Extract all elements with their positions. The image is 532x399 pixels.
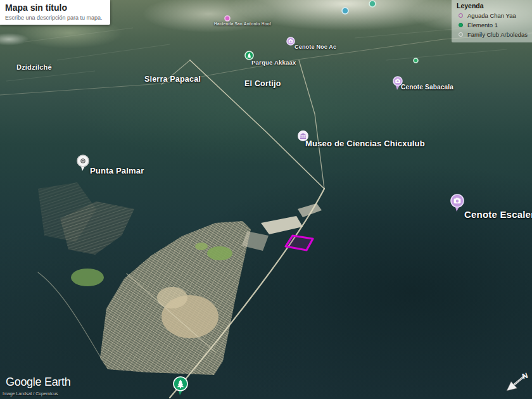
map-label-sierra-papacal: Sierra Papacal [144, 75, 201, 84]
punta-palmar-marker[interactable] [75, 153, 91, 177]
google-earth-logo: Google Earth [6, 376, 70, 389]
map-subtitle[interactable]: Escribe una descripción para tu mapa. [5, 15, 103, 21]
map-label-parque-akkaax[interactable]: Parque Akkaax [251, 59, 296, 66]
map-label-cenote-escalera[interactable]: Cenote Escalera [464, 209, 532, 220]
residential-development [38, 182, 251, 375]
map-label-el-cortijo: El Cortijo [244, 79, 281, 88]
map-label-dzidzilche: Dzidzilché [16, 63, 52, 71]
compass-n-letter: N [521, 371, 529, 381]
legend-swatch-icon [459, 32, 463, 37]
map-label-cenote-sabacala[interactable]: Cenote Sabacala [401, 84, 453, 91]
imagery-credit: Image Landsat / Copernicus [3, 391, 58, 396]
map-label-museo-chicxulub[interactable]: Museo de Ciencias Chicxulub [305, 139, 425, 148]
cenote-noc-ac-marker[interactable] [284, 35, 297, 55]
field-lines [6, 27, 507, 81]
museo-marker[interactable] [295, 128, 311, 151]
legend-item-label: Aguada Chan Yaa [467, 12, 516, 19]
legend-panel[interactable]: Leyenda Aguada Chan YaaElemento 1Family … [452, 0, 532, 42]
legend-items-list: Aguada Chan YaaElemento 1Family Club Arb… [457, 11, 528, 39]
map-title[interactable]: Mapa sin título [5, 3, 103, 13]
top-marker-blue[interactable] [339, 5, 351, 24]
cenote-sabacala-marker[interactable] [391, 74, 405, 96]
legend-swatch-icon [459, 13, 463, 18]
small-green-dot[interactable] [411, 56, 421, 73]
parque-akkaax-marker[interactable] [243, 49, 256, 70]
legend-item-1[interactable]: Elemento 1 [457, 20, 528, 30]
legend-swatch-icon [459, 23, 463, 27]
hacienda-flower-marker[interactable] [222, 13, 232, 31]
map-label-punta-palmar[interactable]: Punta Palmar [90, 166, 144, 175]
top-marker-teal[interactable] [367, 0, 378, 17]
legend-title: Leyenda [457, 2, 528, 10]
map-label-cenote-noc-ac[interactable]: Cenote Noc Ac [294, 44, 336, 50]
arboledas-tree-marker[interactable] [171, 374, 190, 399]
google-earth-canvas[interactable]: DzidzilchéSierra PapacalEl CortijoCenote… [0, 0, 532, 399]
legend-item-label: Family Club Arboledas [467, 31, 528, 38]
legend-item-label: Elemento 1 [467, 22, 498, 28]
map-title-card[interactable]: Mapa sin título Escribe una descripción … [0, 0, 110, 25]
cenote-escalera-marker[interactable] [448, 192, 466, 217]
selected-parcel-polygon[interactable] [286, 236, 313, 250]
compass-north-arrow[interactable]: N [502, 370, 531, 396]
legend-item-0[interactable]: Aguada Chan Yaa [457, 11, 528, 20]
legend-item-2[interactable]: Family Club Arboledas [457, 30, 528, 39]
